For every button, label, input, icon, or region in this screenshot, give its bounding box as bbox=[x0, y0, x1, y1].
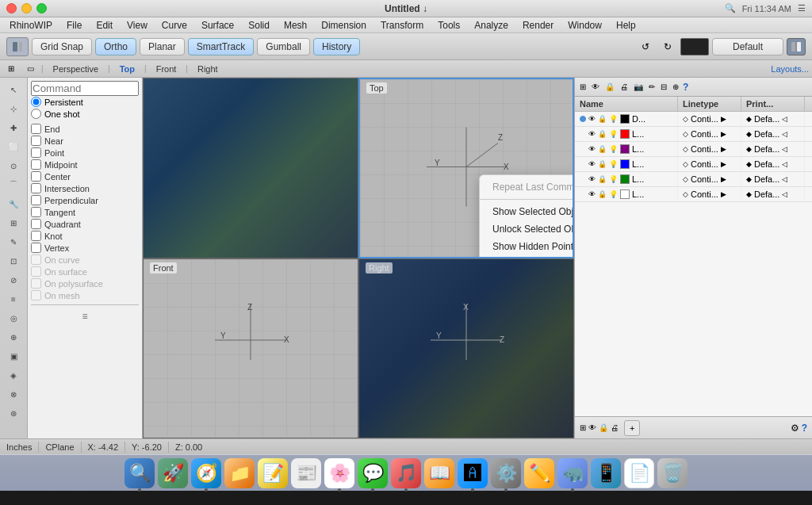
layer-eye-icon[interactable]: 👁 bbox=[588, 190, 596, 198]
menu-edit[interactable]: Edit bbox=[90, 18, 119, 33]
layer-color-swatch[interactable] bbox=[620, 174, 630, 184]
viewport-nav-icon2[interactable]: ▭ bbox=[22, 62, 38, 76]
layer-material-icon[interactable]: 💡 bbox=[609, 175, 618, 183]
layer-lock-icon[interactable]: 🔒 bbox=[598, 130, 607, 138]
menu-file[interactable]: File bbox=[60, 18, 88, 33]
default-button[interactable]: Default bbox=[712, 38, 783, 55]
dock-safari[interactable]: 🧭 bbox=[191, 458, 221, 488]
viewport-nav-icon1[interactable]: ⊞ bbox=[3, 62, 19, 76]
tool-6[interactable]: ⌒ bbox=[3, 176, 24, 193]
layer-eye-icon[interactable]: 👁 bbox=[588, 160, 596, 168]
tool-18[interactable]: ⊛ bbox=[3, 404, 24, 422]
dock-messages[interactable]: 💬 bbox=[358, 458, 388, 488]
ctx-show-selected[interactable]: Show Selected Objects bbox=[480, 203, 574, 220]
menu-icon[interactable]: ☰ bbox=[798, 3, 806, 13]
dock-docs[interactable]: 📄 bbox=[624, 458, 654, 488]
tool-10[interactable]: ⊡ bbox=[3, 252, 24, 270]
menu-analyze[interactable]: Analyze bbox=[468, 18, 515, 33]
layer-lock-icon[interactable]: 🔒 bbox=[598, 175, 607, 183]
menu-mesh[interactable]: Mesh bbox=[278, 18, 313, 33]
search-icon[interactable]: 🔍 bbox=[725, 3, 736, 13]
menu-tools[interactable]: Tools bbox=[431, 18, 466, 33]
menu-surface[interactable]: Surface bbox=[195, 18, 240, 33]
layer-icon-2[interactable]: 👁 bbox=[590, 81, 601, 93]
add-layer-button[interactable]: + bbox=[624, 420, 640, 436]
layer-row[interactable]: 👁 🔒 💡 D... ◇ Conti... ▶ ◆ Defa... ◁ bbox=[575, 112, 812, 127]
menu-transform[interactable]: Transform bbox=[374, 18, 430, 33]
tool-14[interactable]: ⊕ bbox=[3, 328, 24, 346]
menu-solid[interactable]: Solid bbox=[242, 18, 276, 33]
undo-button[interactable]: ↺ bbox=[636, 38, 655, 55]
gumball-button[interactable]: Gumball bbox=[257, 38, 310, 55]
dock-system-prefs[interactable]: ⚙️ bbox=[491, 458, 521, 488]
layer-icon-3[interactable]: 🔒 bbox=[603, 81, 616, 93]
layer-lock-icon[interactable]: 🔒 bbox=[598, 115, 607, 123]
dock-iphone[interactable]: 📱 bbox=[591, 458, 621, 488]
layer-foot-icon-2[interactable]: 👁 bbox=[588, 423, 596, 432]
tool-11[interactable]: ⊘ bbox=[3, 271, 24, 289]
dock-finder[interactable]: 🔍 bbox=[124, 458, 155, 488]
dock-trash[interactable]: 🗑️ bbox=[657, 458, 688, 488]
tab-right[interactable]: Right bbox=[191, 63, 224, 75]
layer-row[interactable]: 👁 🔒 💡 L... ◇ Conti... ▶ ◆ Defa... ◁ bbox=[575, 172, 812, 187]
layer-material-icon[interactable]: 💡 bbox=[609, 130, 618, 138]
layer-foot-help[interactable]: ? bbox=[802, 423, 807, 434]
grid-snap-button[interactable]: Grid Snap bbox=[32, 38, 92, 55]
tab-perspective[interactable]: Perspective bbox=[47, 63, 105, 75]
layouts-button[interactable]: Layouts... bbox=[771, 64, 809, 74]
close-button[interactable] bbox=[6, 3, 17, 13]
minimize-button[interactable] bbox=[21, 3, 32, 13]
layer-eye-icon[interactable]: 👁 bbox=[588, 175, 596, 183]
one-shot-radio[interactable] bbox=[31, 109, 41, 119]
layer-foot-icon-4[interactable]: 🖨 bbox=[611, 423, 619, 432]
layer-row[interactable]: 👁 🔒 💡 L... ◇ Conti... ▶ ◆ Defa... ◁ bbox=[575, 142, 812, 157]
dock-appstore[interactable]: 🅰 bbox=[458, 458, 488, 488]
tool-16[interactable]: ◈ bbox=[3, 366, 24, 384]
layer-material-icon[interactable]: 💡 bbox=[609, 160, 618, 168]
ctx-show-hidden-points[interactable]: Show Hidden Points bbox=[480, 238, 574, 255]
tool-select[interactable]: ↖ bbox=[3, 81, 24, 98]
tool-12[interactable]: ≡ bbox=[3, 290, 24, 308]
tool-13[interactable]: ◎ bbox=[3, 309, 24, 327]
planar-button[interactable]: Planar bbox=[140, 38, 185, 55]
layer-color-swatch[interactable] bbox=[620, 129, 630, 139]
menu-rhinowip[interactable]: RhinoWIP bbox=[3, 18, 59, 33]
viewport-top[interactable]: Top Y X Z Repeat Last Command Show Selec… bbox=[358, 78, 574, 258]
layer-foot-icon-3[interactable]: 🔒 bbox=[599, 423, 608, 432]
menu-dimension[interactable]: Dimension bbox=[315, 18, 373, 33]
viewport-topleft[interactable] bbox=[143, 78, 358, 258]
viewport-right[interactable]: Right Y Z X bbox=[358, 258, 574, 439]
menu-curve[interactable]: Curve bbox=[155, 18, 193, 33]
layer-row[interactable]: 👁 🔒 💡 L... ◇ Conti... ▶ ◆ Defa... ◁ bbox=[575, 127, 812, 142]
tool-9[interactable]: ✎ bbox=[3, 233, 24, 251]
tool-7[interactable]: 🔧 bbox=[3, 195, 24, 212]
persistent-radio[interactable] bbox=[31, 97, 41, 107]
tool-5[interactable]: ⊙ bbox=[3, 157, 24, 174]
smart-track-button[interactable]: SmartTrack bbox=[188, 38, 255, 55]
layer-eye-icon[interactable]: 👁 bbox=[588, 115, 596, 123]
ortho-button[interactable]: Ortho bbox=[95, 38, 136, 55]
dock-finder2[interactable]: 📁 bbox=[224, 458, 255, 488]
layer-material-icon[interactable]: 💡 bbox=[609, 115, 618, 123]
viewport-front[interactable]: Front Y X Z bbox=[143, 258, 358, 439]
layer-icon-6[interactable]: ✏ bbox=[647, 81, 657, 93]
dock-launchpad[interactable]: 🚀 bbox=[158, 458, 188, 488]
layer-eye-icon[interactable]: 👁 bbox=[588, 130, 596, 138]
layer-icon-7[interactable]: ⊟ bbox=[659, 81, 668, 93]
layer-foot-icon-1[interactable]: ⊞ bbox=[580, 423, 586, 432]
layer-row[interactable]: 👁 🔒 💡 L... ◇ Conti... ▶ ◆ Defa... ◁ bbox=[575, 157, 812, 172]
dock-rhino[interactable]: 🦏 bbox=[557, 458, 588, 488]
tool-2[interactable]: ⊹ bbox=[3, 100, 24, 117]
layer-help[interactable]: ? bbox=[683, 82, 688, 93]
redo-button[interactable]: ↻ bbox=[658, 38, 677, 55]
layer-material-icon[interactable]: 💡 bbox=[609, 145, 618, 153]
layer-color-swatch[interactable] bbox=[620, 159, 630, 169]
layer-icon-5[interactable]: 📷 bbox=[632, 81, 645, 93]
dock-ibooks[interactable]: 📖 bbox=[424, 458, 454, 488]
tool-8[interactable]: ⊞ bbox=[3, 214, 24, 231]
tool-15[interactable]: ▣ bbox=[3, 347, 24, 365]
menu-view[interactable]: View bbox=[121, 18, 154, 33]
tab-front[interactable]: Front bbox=[150, 63, 183, 75]
dock-sketch[interactable]: ✏️ bbox=[524, 458, 554, 488]
menu-help[interactable]: Help bbox=[610, 18, 642, 33]
